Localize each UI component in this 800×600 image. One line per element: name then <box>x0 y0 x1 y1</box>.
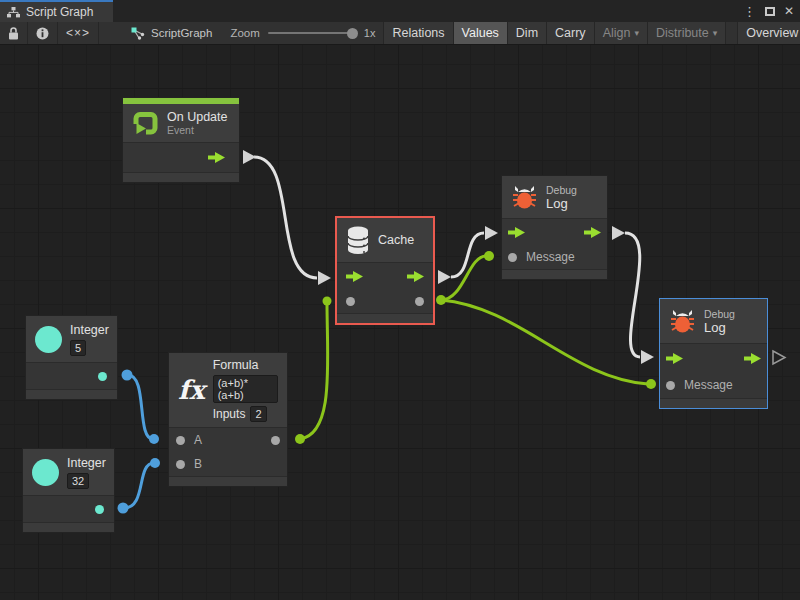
node-title: Log <box>546 196 577 211</box>
integer-type-icon <box>32 459 59 486</box>
connector-debuglog-top-message[interactable] <box>484 251 494 261</box>
flow-out-port[interactable] <box>407 271 424 282</box>
flow-out-port[interactable] <box>584 227 601 238</box>
wire-integer-bottom-to-formula-b[interactable] <box>124 463 154 508</box>
distribute-dropdown[interactable]: Distribute ▾ <box>647 22 725 44</box>
node-integer-bottom[interactable]: Integer 32 <box>22 448 115 533</box>
title-bar: Script Graph ⋮ ✕ <box>0 0 800 22</box>
connector-cache-value-in[interactable] <box>323 297 332 306</box>
window-menu-icon[interactable]: ⋮ <box>743 5 756 18</box>
zoom-label: Zoom <box>230 27 259 39</box>
inputs-count-field[interactable]: 2 <box>250 406 266 422</box>
port-label: B <box>194 457 202 471</box>
graph-canvas[interactable]: On Update Event Cache <box>0 45 800 600</box>
toolbar-gap <box>725 22 737 44</box>
script-graph-icon <box>131 27 145 40</box>
overview-button[interactable]: Overview <box>737 22 800 44</box>
bug-icon <box>669 309 696 334</box>
port-label: A <box>194 433 202 447</box>
info-button[interactable] <box>28 22 58 44</box>
port-label: Message <box>684 378 733 392</box>
relations-button[interactable]: Relations <box>383 22 452 44</box>
value-out-port[interactable] <box>95 505 104 514</box>
node-title: On Update <box>167 110 227 124</box>
loop-event-icon <box>132 110 159 137</box>
wire-debuglog-top-to-debuglog-bottom[interactable] <box>625 233 640 357</box>
info-icon <box>36 27 49 40</box>
formula-expression-field[interactable]: (a+b)*(a+b) <box>213 375 278 403</box>
zoom-control: Zoom 1x <box>222 22 383 44</box>
integer-value-field[interactable]: 32 <box>67 473 89 489</box>
node-title: Cache <box>378 233 414 247</box>
tab-script-graph[interactable]: Script Graph <box>0 0 113 22</box>
connector-debuglog-bottom-message[interactable] <box>646 379 656 389</box>
node-debug-log-bottom[interactable]: Debug Log Message <box>659 298 768 409</box>
node-cache[interactable]: Cache <box>335 216 435 325</box>
carry-button[interactable]: Carry <box>546 22 594 44</box>
node-subtitle: Event <box>167 124 227 136</box>
tab-title: Script Graph <box>26 5 93 19</box>
node-title: Integer <box>67 456 106 470</box>
message-port[interactable] <box>666 381 675 390</box>
wire-cache-value-to-debuglog-bottom-message[interactable] <box>441 300 648 384</box>
zoom-slider[interactable] <box>268 32 356 34</box>
port-triangle-debuglog-bottom-out[interactable] <box>773 351 785 364</box>
wire-onupdate-to-cache[interactable] <box>254 157 317 278</box>
node-footer <box>23 522 114 532</box>
input-a-port[interactable] <box>176 436 185 445</box>
flow-in-port[interactable] <box>346 271 363 282</box>
node-subtitle: Debug <box>546 184 577 196</box>
wire-formula-to-cache-value[interactable] <box>300 303 328 439</box>
port-triangle-debuglog-bottom-in[interactable] <box>641 350 654 364</box>
port-triangle-onupdate-out[interactable] <box>243 150 256 164</box>
code-view-button[interactable]: <×> <box>58 22 99 44</box>
flow-in-port[interactable] <box>508 227 525 238</box>
node-footer <box>26 389 117 399</box>
node-title: Integer <box>70 323 109 337</box>
connector-formula-a-in[interactable] <box>149 434 159 444</box>
port-triangle-debuglog-top-in[interactable] <box>485 226 498 240</box>
node-title: Log <box>704 320 735 335</box>
message-port[interactable] <box>508 253 517 262</box>
connector-cache-value-out[interactable] <box>436 295 446 305</box>
port-triangle-cache-in[interactable] <box>318 271 331 285</box>
close-icon[interactable]: ✕ <box>784 5 794 17</box>
wire-integer-top-to-formula-a[interactable] <box>128 375 153 439</box>
graph-name[interactable]: ScriptGraph <box>121 22 222 44</box>
chevron-down-icon: ▾ <box>634 28 639 38</box>
flow-out-port[interactable] <box>744 353 761 364</box>
node-footer <box>502 269 607 279</box>
value-in-port[interactable] <box>346 297 355 306</box>
chevron-down-icon: ▾ <box>713 28 718 38</box>
node-integer-top[interactable]: Integer 5 <box>25 315 118 400</box>
value-out-port[interactable] <box>98 372 107 381</box>
database-icon <box>346 226 370 255</box>
port-triangle-debuglog-top-out[interactable] <box>612 226 625 240</box>
node-footer <box>123 172 239 182</box>
node-on-update[interactable]: On Update Event <box>122 97 240 183</box>
input-b-port[interactable] <box>176 460 185 469</box>
connector-formula-out[interactable] <box>295 434 305 444</box>
zoom-value: 1x <box>364 27 376 39</box>
integer-type-icon <box>35 326 62 353</box>
connector-integer-top-out[interactable] <box>122 370 133 381</box>
node-title: Formula <box>213 358 278 372</box>
maximize-icon[interactable] <box>765 7 775 16</box>
value-out-port[interactable] <box>271 436 280 445</box>
wire-cache-to-debuglog-top[interactable] <box>451 233 484 277</box>
value-out-port[interactable] <box>415 297 424 306</box>
port-triangle-cache-out[interactable] <box>438 270 451 284</box>
node-debug-log-top[interactable]: Debug Log Message <box>501 175 608 280</box>
integer-value-field[interactable]: 5 <box>70 340 86 356</box>
connector-formula-b-in[interactable] <box>150 458 160 468</box>
node-formula[interactable]: fx Formula (a+b)*(a+b) Inputs 2 A B <box>168 352 288 487</box>
node-footer <box>169 476 287 486</box>
flow-in-port[interactable] <box>666 353 683 364</box>
flow-out-port[interactable] <box>208 152 225 163</box>
zoom-slider-handle[interactable] <box>347 28 358 39</box>
align-dropdown[interactable]: Align ▾ <box>594 22 647 44</box>
values-button[interactable]: Values <box>453 22 507 44</box>
connector-integer-bottom-out[interactable] <box>118 503 129 514</box>
dim-button[interactable]: Dim <box>507 22 546 44</box>
lock-button[interactable] <box>0 22 28 44</box>
